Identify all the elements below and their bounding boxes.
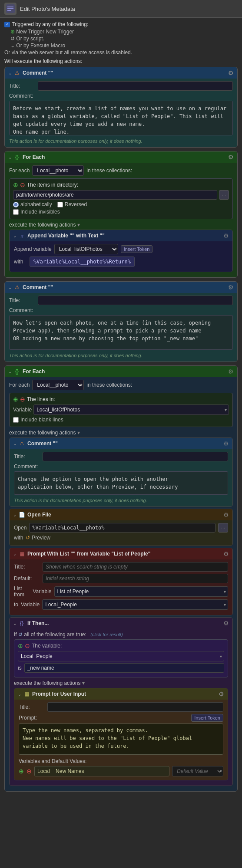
prompt-list-title: Prompt With List "" from Variable "List … [27,551,223,557]
ifthen-var-select[interactable]: Local_People [18,651,224,661]
append-chevron: ⌄ [13,233,17,238]
foreach1-reversed-check[interactable] [57,202,63,207]
inner-comment-block: ⌄ ⚠ Comment "" ⚙ Title: Comment: Change … [9,437,233,507]
svg-rect-3 [7,10,11,11]
foreach1-var-select[interactable]: Local__photo [32,165,84,176]
append-insert-token-btn[interactable]: Insert Token [121,245,153,253]
ifthen-gear[interactable]: ⚙ [223,620,229,627]
prompt-input-title-input[interactable] [47,702,223,712]
ifthen-remove-btn[interactable]: ⊖ [25,642,30,649]
prompt-list-title-input[interactable] [43,562,228,572]
to-select-wrapper[interactable]: Local_People [42,599,228,610]
prompt-input-gear[interactable]: ⚙ [219,690,224,697]
foreach1-dir-input[interactable] [13,190,217,200]
foreach2-row: For each Local__photo ▾ in these collect… [9,380,233,390]
comment1-title-input[interactable] [38,81,233,91]
main-content: ✓ Triggered by any of the following: ⊕ N… [0,18,242,799]
append-with-row: with %Variable%Local__photo%%Return% [14,256,228,267]
foreach2-blank-check[interactable] [13,417,19,423]
open-file-browse-btn[interactable]: ··· [218,523,228,533]
new-trigger-text[interactable]: New Trigger [46,29,74,35]
prompt-list-chevron: ⌄ [13,552,17,556]
in-these-label1: in these collections: [86,168,132,174]
vars-add-btn[interactable]: ⊕ [19,768,24,775]
prompt-input-header[interactable]: ⌄ ▦ Prompt for User Input ⚙ [14,688,228,700]
comment1-text[interactable]: Before we start, create a list of names … [9,101,233,135]
ifthen-add-btn[interactable]: ⊕ [18,642,23,649]
comment2-title-input[interactable] [38,296,233,305]
vars-label: Variables and Default Values: [19,758,223,764]
foreach1-add-btn[interactable]: ⊕ [13,181,18,188]
list-from-select-wrapper[interactable]: List of People [54,586,228,597]
append-var-select[interactable]: Local_listOfPhotos [54,244,118,254]
foreach1-var-wrapper[interactable]: Local__photo ▾ [32,165,84,176]
trigger-checkbox[interactable]: ✓ [4,22,10,27]
foreach1-alpha-radio[interactable] [13,202,19,207]
open-file-header[interactable]: ⌄ 📄 Open File ⚙ [10,509,232,520]
foreach2-var-wrapper[interactable]: Local__photo ▾ [32,380,84,390]
ifthen-click-result[interactable]: (click for result) [90,632,123,637]
comment2-doc-note: This action is for documentation purpose… [9,353,233,358]
inner-comment-text[interactable]: Change the option to open the photo with… [14,471,228,495]
foreach2-block: ⌄ {} For Each ⚙ For each Local__photo ▾ … [4,365,238,792]
prompt-list-body: Title: Default: List from Variable List … [10,559,232,615]
prompt-list-header[interactable]: ⌄ ▦ Prompt With List "" from Variable "L… [10,548,232,559]
append-var-select-wrapper[interactable]: Local_listOfPhotos ▾ [54,244,118,254]
append-title: Append Variable "" with Text "" [27,233,223,239]
foreach2-remove-btn[interactable]: ⊖ [20,396,25,403]
to-select[interactable]: Local_People [42,599,228,610]
foreach2-var-select[interactable]: Local__photo [32,380,84,390]
foreach1-dir-btn[interactable]: ··· [219,190,229,200]
prompt-input-text[interactable]: Type the new names, separated by commas.… [19,723,223,755]
foreach1-gear[interactable]: ⚙ [228,154,234,161]
inner-comment-header[interactable]: ⌄ ⚠ Comment "" ⚙ [10,438,232,449]
vars-remove-btn[interactable]: ⊖ [27,768,32,775]
ifthen-is-value[interactable] [24,663,224,673]
open-file-gear[interactable]: ⚙ [223,511,229,518]
comment1-gear[interactable]: ⚙ [228,69,234,76]
foreach2-var-name-select[interactable]: Local_listOfPhotos [33,404,229,415]
default-val-wrapper[interactable]: Default Value ▾ [172,766,223,776]
list-from-select[interactable]: List of People [54,586,228,597]
ifthen-header[interactable]: ⌄ {} If Then... ⚙ [10,618,232,629]
foreach2-add-btn[interactable]: ⊕ [13,396,18,403]
ifthen-var-select-wrapper[interactable]: Local_People [18,651,224,661]
comment2-header[interactable]: ⌄ ⚠ Comment "" ⚙ [5,282,237,293]
inner-comment-body: Title: Comment: Change the option to ope… [10,449,232,506]
foreach1-body: For each Local__photo ▾ in these collect… [5,163,237,277]
inner-comment-title-row: Title: [14,452,228,461]
triggered-label: Triggered by any of the following: [12,21,88,27]
prompt-list-title-label: Title: [14,564,40,570]
for-each-label1: For each [9,168,30,174]
foreach2-var-name-wrapper[interactable]: Local_listOfPhotos [33,404,229,415]
comment1-block: ⌄ ⚠ Comment "" ⚙ Title: Comment: Before … [4,67,238,148]
inner-comment-gear[interactable]: ⚙ [223,440,229,447]
foreach1-invisibles-check[interactable] [13,209,19,215]
prompt-input-title: Prompt for User Input [32,691,219,697]
foreach2-chevron: ⌄ [8,369,12,374]
append-with-label: with [14,259,27,265]
default-val-select[interactable]: Default Value [172,766,223,776]
prompt-input-insert-token-btn[interactable]: Insert Token [191,714,223,722]
inner-comment-title-input[interactable] [43,452,228,461]
prompt-list-block: ⌄ ▦ Prompt With List "" from Variable "L… [9,548,233,615]
comment1-header[interactable]: ⌄ ⚠ Comment "" ⚙ [5,67,237,79]
open-file-path-input[interactable] [29,523,215,533]
comment2-text[interactable]: Now let's open each photo, one at a time… [9,315,233,350]
foreach2-gear[interactable]: ⚙ [228,368,234,375]
open-file-body: Open ··· with ↺ Preview [10,520,232,546]
foreach2-header[interactable]: ⌄ {} For Each ⚙ [5,366,237,377]
comment2-gear[interactable]: ⚙ [228,284,234,291]
foreach2-title: For Each [23,368,228,375]
prompt-list-default-input[interactable] [43,574,228,583]
new-trigger-label[interactable]: New Trigger [16,29,44,35]
foreach1-remove-btn[interactable]: ⊖ [20,181,25,188]
local-names-input[interactable] [34,766,169,776]
list-from-label: List from [14,585,30,598]
foreach2-add-remove: ⊕ ⊖ The lines in: [13,396,229,403]
foreach1-header[interactable]: ⌄ {} For Each ⚙ [5,151,237,163]
foreach1-reversed-label: Reversed [57,201,87,207]
prompt-list-gear[interactable]: ⚙ [223,550,229,557]
append-header[interactable]: ⌄ 𝑥 Append Variable "" with Text "" ⚙ [10,230,232,241]
append-gear[interactable]: ⚙ [223,232,229,239]
